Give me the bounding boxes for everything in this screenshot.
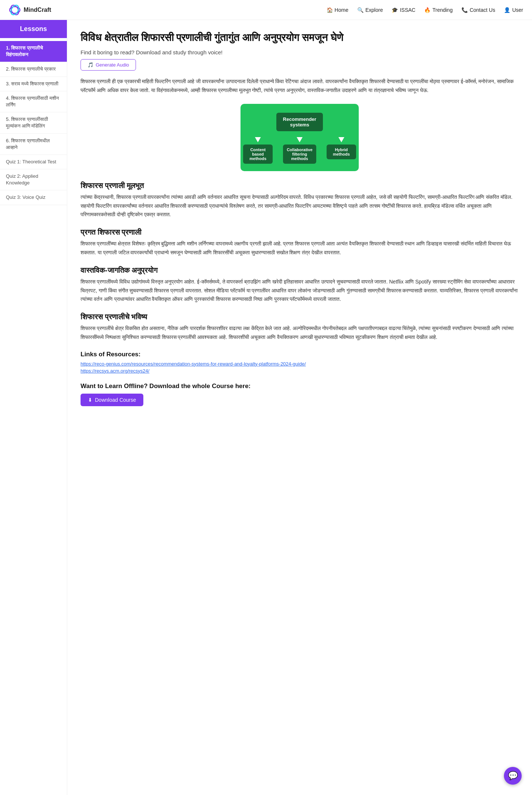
user-icon: 👤 (504, 7, 510, 13)
sidebar-item-3[interactable]: 3. सराव मध्ये शिफारस प्रणाली (0, 77, 67, 91)
page-subtitle: Find it boring to read? Download and stu… (81, 49, 519, 55)
node-content-based: Content basedmethods (243, 145, 273, 164)
sidebar-item-4[interactable]: 4. शिफारस प्रणालींसाठी मशीन लर्निंग (0, 91, 67, 112)
offline-title: Want to Learn Offline? Download the whol… (81, 383, 519, 390)
section-text-3: शिफारस प्रणालींमध्ये विविध उद्योगांमध्ये… (81, 278, 519, 304)
svg-point-2 (9, 4, 20, 16)
phone-icon: 📞 (461, 7, 468, 13)
explore-icon: 🔍 (357, 7, 364, 13)
main-layout: Lessons 1. शिफारस प्रणालीचे विहंगावलोकन … (0, 20, 532, 795)
logo-text: MindCraft (24, 7, 51, 13)
diagram-top-node: Recommendersystems (276, 113, 323, 131)
sidebar-item-2[interactable]: 2. शिफारस प्रणालीचे प्रकार (0, 62, 67, 77)
main-content: विविध क्षेत्रातील शिफारसी प्रणालीची गुंत… (67, 20, 532, 795)
section-text-1: त्यांच्या केंद्रस्थानी, शिफारस प्रणाली व… (81, 193, 519, 219)
sidebar-item-6[interactable]: 6. शिफारस प्रणालीमधील आव्हाने (0, 134, 67, 155)
sidebar-item-quiz1[interactable]: Quiz 1: Theoretical Test (0, 155, 67, 169)
generate-audio-button[interactable]: 🎵 Generate Audio (81, 59, 136, 71)
arrow-col-3: Hybridmethods (327, 137, 356, 159)
nav-issac[interactable]: 🎓 ISSAC (392, 7, 415, 13)
intro-text: शिफारस प्रणाली ही एक प्रकारची माहिती फिल… (81, 77, 519, 95)
node-hybrid: Hybridmethods (327, 145, 356, 159)
section-text-2: शिफारस प्रणालींच्या क्षेत्रात विशेषतः कृ… (81, 239, 519, 257)
chat-fab-button[interactable]: 💬 (504, 767, 522, 785)
arrow-down-2 (297, 137, 303, 142)
nav-explore[interactable]: 🔍 Explore (357, 7, 383, 13)
page-title: विविध क्षेत्रातील शिफारसी प्रणालीची गुंत… (81, 30, 519, 45)
nav-links: 🏠 Home 🔍 Explore 🎓 ISSAC 🔥 Trending 📞 Co… (327, 7, 523, 13)
nav-user[interactable]: 👤 User (504, 7, 523, 13)
sidebar-item-5[interactable]: 5. शिफारस प्रणालींसाठी मूल्यांकन आणि मॉड… (0, 112, 67, 133)
resource-link-2[interactable]: https://recsys.acm.org/recsys24/ (81, 368, 519, 374)
trending-icon: 🔥 (424, 7, 430, 13)
section-text-4: शिफारस प्रणालींचे क्षेत्र विकसित होत असत… (81, 324, 519, 342)
resources-title: Links of Resources: (81, 351, 519, 358)
section-title-2: प्रगत शिफारस प्रणाली (81, 228, 519, 237)
section-title-4: शिफारस प्रणालीचे भविष्य (81, 313, 519, 321)
chat-icon: 💬 (508, 771, 518, 781)
arrow-col-2: Collaborativefiltering methods (283, 137, 316, 164)
resource-link-1[interactable]: https://reco-genius.com/resources/recomm… (81, 361, 519, 367)
arrow-down-3 (338, 137, 344, 142)
diagram-box: Recommendersystems Content basedmethods … (241, 104, 359, 171)
sidebar-item-quiz3[interactable]: Quiz 3: Voice Quiz (0, 190, 67, 205)
sidebar-item-quiz2[interactable]: Quiz 2: Applied Knowledge (0, 169, 67, 190)
section-title-3: वास्तविक-जागतिक अनुप्रयोग (81, 266, 519, 275)
section-title-1: शिफारस प्रणाली मूलभूत (81, 181, 519, 190)
diagram-arrows: Content basedmethods Collaborativefilter… (248, 137, 351, 164)
download-course-button[interactable]: ⬇ Download Course (81, 394, 143, 406)
arrow-col-1: Content basedmethods (243, 137, 273, 164)
nav-home[interactable]: 🏠 Home (327, 7, 348, 13)
download-icon: ⬇ (88, 397, 92, 403)
logo-icon (9, 4, 21, 16)
nav-logo[interactable]: MindCraft (9, 4, 51, 16)
sidebar-header: Lessons (0, 20, 67, 38)
arrow-down-1 (255, 137, 261, 142)
recommender-diagram: Recommendersystems Content basedmethods … (81, 104, 519, 171)
sidebar: Lessons 1. शिफारस प्रणालीचे विहंगावलोकन … (0, 20, 67, 795)
navbar: MindCraft 🏠 Home 🔍 Explore 🎓 ISSAC 🔥 Tre… (0, 0, 532, 20)
sidebar-item-1[interactable]: 1. शिफारस प्रणालीचे विहंगावलोकन (0, 41, 67, 62)
audio-icon: 🎵 (88, 62, 93, 68)
issac-icon: 🎓 (392, 7, 398, 13)
node-collaborative: Collaborativefiltering methods (283, 145, 316, 164)
nav-contact[interactable]: 📞 Contact Us (461, 7, 495, 13)
home-icon: 🏠 (327, 7, 333, 13)
nav-trending[interactable]: 🔥 Trending (424, 7, 453, 13)
